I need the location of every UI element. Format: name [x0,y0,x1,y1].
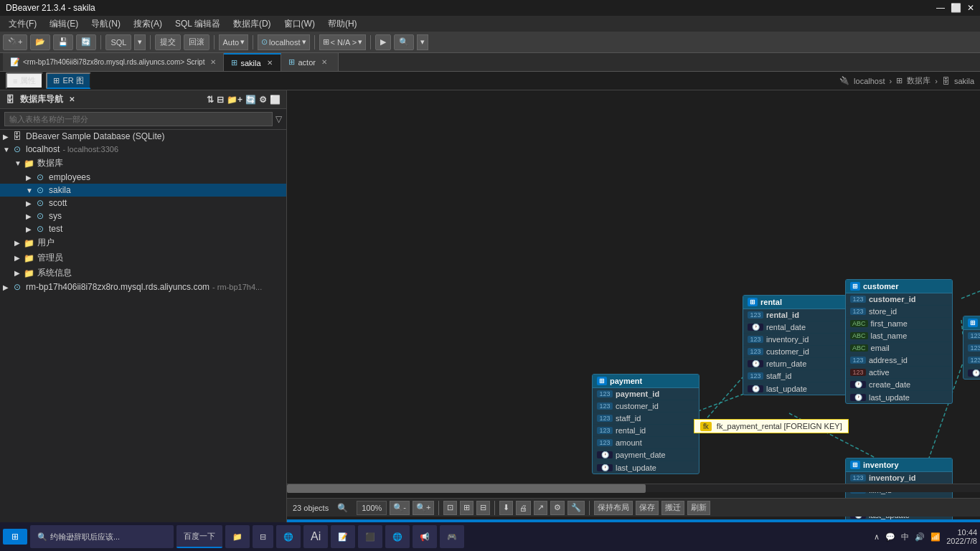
execute-button[interactable]: ▶ [375,34,391,50]
submit-button[interactable]: 提交 [155,34,181,50]
menu-sql-editor[interactable]: SQL 编辑器 [169,17,226,32]
refresh-er-button[interactable]: 刷新 [687,501,710,515]
minimize-button[interactable]: — [936,3,945,13]
tab-script-close[interactable]: ✕ [210,58,216,66]
taskbar-teams[interactable]: 📢 [413,525,437,548]
tab-actor-close[interactable]: ✕ [321,58,327,66]
sidebar-close[interactable]: ✕ [69,95,75,103]
tree-item-sys[interactable]: ▶ ⊙ sys [0,209,286,222]
maximize-button[interactable]: ⬜ [951,3,961,13]
tree-item-sakila[interactable]: ▼ ⊙ sakila [0,184,286,197]
scrollbar-thumb[interactable] [287,484,646,493]
save-button[interactable]: 💾 [53,34,73,50]
type-badge: 🕐 [850,381,866,388]
move-button[interactable]: 搬迁 [661,501,684,515]
collapse-icon[interactable]: ⊟ [217,95,224,105]
tree-item-dbeaver-sample[interactable]: ▶ 🗄 DBeaver Sample Database (SQLite) [0,130,286,143]
zoom-in-button[interactable]: 🔍+ [413,501,434,515]
taskbar-explorer[interactable]: 📁 [225,525,250,548]
grid-button[interactable]: ⊞ [460,501,473,515]
tree-item-remote[interactable]: ▶ ⊙ rm-bp17h406ii8i78zx8ro.mysql.rds.ali… [0,281,286,293]
tray-chat[interactable]: 💬 [885,532,895,542]
type-badge: 123 [597,415,613,422]
entity-store[interactable]: ⊞ store 123 store_id 123 manager_staff_i… [963,316,980,380]
tree-item-scott[interactable]: ▶ ⊙ scott [0,197,286,209]
save-er-button[interactable]: 保存 [636,501,659,515]
entity-customer[interactable]: ⊞ customer 123 customer_id 123 store_id … [845,279,953,404]
entity-payment[interactable]: ⊞ payment 123 payment_id 123 customer_id… [592,374,699,474]
tree-item-test[interactable]: ▶ ⊙ test [0,222,286,235]
connection-dropdown[interactable]: ⊙ localhost ▾ [258,34,309,50]
taskbar-dbeaver[interactable]: Ai [303,525,328,548]
maximize-sidebar-icon[interactable]: ⬜ [270,95,281,105]
taskbar-game[interactable]: 🎮 [440,525,464,548]
taskbar-search[interactable]: 🔍 约翰逊辞职后应该... [30,525,174,548]
taskbar-taskview[interactable]: ⊟ [253,525,273,548]
close-button[interactable]: ✕ [967,3,974,13]
type-badge: 123 [748,372,763,380]
menu-window[interactable]: 窗口(W) [278,17,321,32]
menu-edit[interactable]: 编辑(E) [44,17,84,32]
sidebar-search-input[interactable] [4,112,273,126]
tab-actor[interactable]: ⊞ actor ✕ [281,53,339,71]
tree-item-databases[interactable]: ▼ 📁 数据库 [0,156,286,171]
layout-button[interactable]: ⊟ [476,501,490,515]
zoom-out-button[interactable]: 🔍- [390,501,410,515]
search-dropdown[interactable]: ▾ [417,34,428,50]
entity-rental[interactable]: ⊞ rental 123 rental_id 🕐 rental_date 123… [743,295,847,395]
new-connection-button[interactable]: 🔌+ [3,34,27,50]
save-layout-button[interactable]: 保持布局 [594,501,633,515]
refresh-nav-button[interactable]: 🔄 [76,34,96,50]
taskbar-terminal[interactable]: ⬛ [358,525,382,548]
menu-navigate[interactable]: 导航(N) [85,17,126,32]
object-count: 23 objects [293,504,329,512]
sync-icon[interactable]: ⇅ [207,95,214,105]
taskbar-vscode[interactable]: 📝 [331,525,355,548]
window-controls: — ⬜ ✕ [936,3,974,13]
tree-item-users[interactable]: ▶ 📁 用户 [0,235,286,250]
tab-script[interactable]: 📝 <rm-bp17h406ii8i78zx8ro.mysql.rds.aliy… [3,53,224,71]
tree-item-employees[interactable]: ▶ ⊙ employees [0,171,286,184]
new-folder-icon[interactable]: 📁+ [227,95,242,105]
taskbar-edge[interactable]: 🌐 [276,525,301,548]
filter-icon[interactable]: ▽ [275,114,282,124]
start-button[interactable]: ⊞ [3,529,27,545]
h-scrollbar[interactable] [287,484,980,492]
print-button[interactable]: 🖨 [516,501,531,515]
tray-volume[interactable]: 🔊 [915,532,925,542]
sql-dropdown[interactable]: ▾ [134,34,146,50]
search-toolbar-button[interactable]: 🔍 [394,34,414,50]
tab-sakila-close[interactable]: ✕ [267,59,273,67]
tab-sakila[interactable]: ⊞ sakila ✕ [224,53,281,71]
er-diagram-btn[interactable]: ⊞ ER 图 [46,72,90,89]
settings-sidebar-icon[interactable]: ⚙ [259,95,267,105]
tools-button[interactable]: 🔧 [567,501,585,515]
share-button[interactable]: ↗ [534,501,547,515]
menu-database[interactable]: 数据库(D) [227,17,277,32]
open-button[interactable]: 📂 [30,34,50,50]
tray-lang[interactable]: 中 [901,532,909,542]
refresh-sidebar-icon[interactable]: 🔄 [245,95,256,105]
tree-arrow: ▼ [26,187,34,194]
settings-er-button[interactable]: ⚙ [550,501,565,515]
rollback-button[interactable]: 回滚 [184,34,209,50]
clock-time: 10:44 [946,528,977,537]
schema-dropdown[interactable]: ⊞ < N/A > ▾ [319,34,367,50]
menu-search[interactable]: 搜索(A) [128,17,168,32]
tree-item-admins[interactable]: ▶ 📁 管理员 [0,250,286,265]
menu-file[interactable]: 文件(F) [3,17,42,32]
taskbar-baidu[interactable]: 百度一下 [176,525,222,548]
tray-expand[interactable]: ∧ [874,532,880,542]
sql-button[interactable]: SQL [105,34,131,50]
menu-help[interactable]: 帮助(H) [322,17,363,32]
tree-item-localhost[interactable]: ▼ ⊙ localhost - localhost:3306 [0,143,286,156]
attributes-btn[interactable]: ≡ 属性 [6,72,43,89]
tree-item-sysinfo[interactable]: ▶ 📁 系统信息 [0,265,286,281]
tab-actor-label: actor [298,58,315,67]
export-button[interactable]: ⬇ [499,501,513,515]
zoom-fit-button[interactable]: ⊡ [443,501,457,515]
app-title: DBeaver 21.3.4 - sakila [6,3,95,13]
search-er-icon[interactable]: 🔍 [337,503,348,513]
taskbar-chrome[interactable]: 🌐 [385,525,410,548]
auto-commit-dropdown[interactable]: Auto ▾ [219,34,248,50]
